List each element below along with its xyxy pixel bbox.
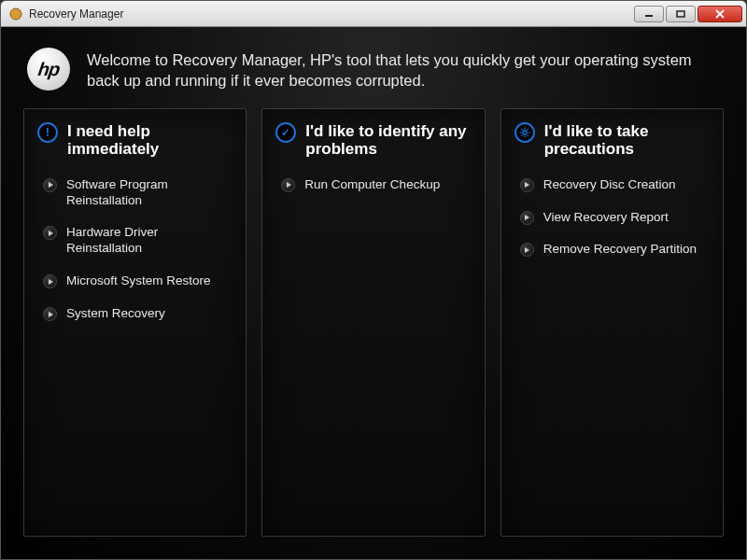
column-header: I'd like to identify any problems [275,122,471,159]
play-icon [281,178,295,192]
header: hp Welcome to Recovery Manager, HP's too… [20,42,727,108]
item-hardware-driver-reinstallation[interactable]: Hardware Driver Reinstallation [37,219,233,262]
hp-logo-icon: hp [27,48,70,91]
column-header: I'd like to take precautions [514,122,710,159]
item-system-recovery[interactable]: System Recovery [37,301,233,328]
svg-point-0 [10,8,21,20]
svg-rect-2 [677,11,684,17]
item-label: Software Program Reinstallation [66,177,231,209]
item-label: Run Computer Checkup [304,177,440,193]
close-button[interactable] [698,6,742,22]
app-icon [8,7,23,21]
column-take-precautions: I'd like to take precautions Recovery Di… [500,108,724,537]
minimize-button[interactable] [634,6,664,22]
play-icon [43,307,57,321]
column-help-immediately: ! I need help immediately Software Progr… [23,108,247,537]
welcome-text: Welcome to Recovery Manager, HP's tool t… [87,48,720,91]
svg-line-11 [521,134,522,135]
item-microsoft-system-restore[interactable]: Microsoft System Restore [37,268,233,295]
item-recovery-disc-creation[interactable]: Recovery Disc Creation [514,172,710,199]
item-label: Hardware Driver Reinstallation [66,225,231,257]
client-area: hp Welcome to Recovery Manager, HP's too… [1,27,746,559]
item-label: System Recovery [66,306,165,322]
svg-rect-1 [645,15,653,17]
item-label: Recovery Disc Creation [543,177,676,193]
maximize-button[interactable] [666,6,696,22]
titlebar[interactable]: Recovery Manager [1,1,746,27]
alert-icon: ! [37,122,58,143]
svg-line-9 [527,134,528,135]
check-icon [275,122,296,143]
column-title: I'd like to take precautions [544,122,710,159]
item-label: Remove Recovery Partition [543,242,697,258]
svg-line-8 [521,129,522,130]
play-icon [43,274,57,288]
play-icon [520,211,534,225]
item-run-computer-checkup[interactable]: Run Computer Checkup [275,172,471,199]
columns: ! I need help immediately Software Progr… [20,108,727,540]
column-identify-problems: I'd like to identify any problems Run Co… [261,108,485,537]
play-icon [43,178,57,192]
play-icon [520,243,534,257]
window-frame: Recovery Manager hp Welcome to Recovery … [0,0,747,560]
column-header: ! I need help immediately [37,122,233,159]
item-remove-recovery-partition[interactable]: Remove Recovery Partition [514,236,710,263]
hp-logo-text: hp [36,59,61,80]
column-title: I'd like to identify any problems [305,122,471,159]
item-software-program-reinstallation[interactable]: Software Program Reinstallation [37,172,233,215]
gear-icon [514,122,535,143]
column-title: I need help immediately [67,122,233,159]
item-label: Microsoft System Restore [66,273,211,289]
item-view-recovery-report[interactable]: View Recovery Report [514,204,710,231]
play-icon [43,226,57,240]
window-title: Recovery Manager [29,7,632,21]
item-label: View Recovery Report [543,210,669,226]
svg-line-10 [527,129,528,130]
play-icon [520,178,534,192]
svg-point-3 [522,130,526,133]
